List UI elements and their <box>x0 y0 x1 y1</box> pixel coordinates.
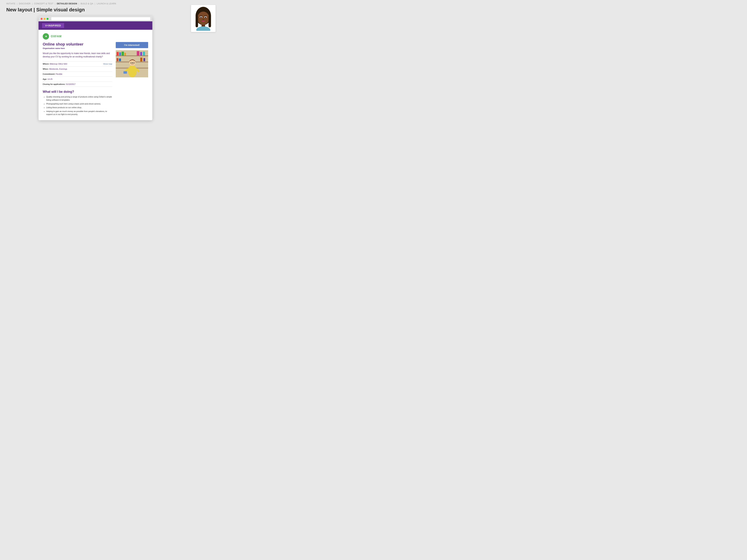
svg-rect-15 <box>196 15 198 27</box>
detail-where-label: Where: Billericay CM12 9AX <box>43 63 68 65</box>
age-value: 14-25 <box>48 78 53 80</box>
svg-rect-24 <box>122 52 124 55</box>
what-doing-list: Quality checking and pricing a range of … <box>43 96 112 116</box>
svg-rect-16 <box>209 15 211 27</box>
browser-addressbar[interactable] <box>51 17 150 20</box>
interested-button[interactable]: I'm interested! <box>116 42 148 48</box>
closing-label: Closing for applications: <box>43 83 65 85</box>
when-value: Weekends, Evenings <box>49 68 67 70</box>
svg-rect-29 <box>117 58 119 61</box>
svg-rect-22 <box>117 52 119 55</box>
page-title: New layout | Simple visual design <box>0 6 222 16</box>
vinspired-navbar: V•INSPIRED <box>38 21 152 30</box>
bullet-3: Listing these products on our online sho… <box>46 106 112 109</box>
sep2: | <box>32 2 33 5</box>
svg-point-33 <box>128 65 137 77</box>
vinspired-logo[interactable]: V•INSPIRED <box>42 23 64 28</box>
volunteer-photo <box>116 50 148 77</box>
detail-when: When: Weekends, Evenings <box>43 66 112 72</box>
two-column-layout: Online shop volunteer Organisation name … <box>43 42 148 117</box>
avatar <box>191 5 215 32</box>
oxfam-logo-symbol: ✦ <box>45 35 47 38</box>
breadcrumb-build[interactable]: BUILD & QA <box>81 2 93 5</box>
sep4: | <box>79 2 79 5</box>
svg-point-14 <box>202 19 204 20</box>
browser-maximize-dot[interactable] <box>47 18 49 20</box>
browser-mockup: V•INSPIRED ✦ OXFAM Online shop volunteer… <box>38 16 152 120</box>
role-description: Would you like the opportunity to make n… <box>43 52 112 58</box>
svg-rect-30 <box>119 58 121 61</box>
detail-age: Age: 14-25 <box>43 77 112 82</box>
when-label: When: <box>43 68 49 70</box>
bullet-4: Helping to gain as much money as possibl… <box>46 110 112 116</box>
breadcrumb-concept[interactable]: CONCEPT & TEST <box>34 2 53 5</box>
svg-point-3 <box>197 11 209 25</box>
svg-point-2 <box>196 26 210 31</box>
left-column: Online shop volunteer Organisation name … <box>43 42 112 117</box>
breadcrumb-discover[interactable]: DISCOVER <box>19 2 31 5</box>
breadcrumb-launch[interactable]: LAUNCH & LEARN <box>97 2 116 5</box>
svg-rect-39 <box>124 71 127 74</box>
where-label: Where: <box>43 63 49 65</box>
svg-point-12 <box>201 17 201 17</box>
what-doing-title: What will I be doing? <box>43 90 112 94</box>
sep1: | <box>17 2 18 5</box>
bullet-2: Photographing each item using a basic po… <box>46 102 112 106</box>
detail-commitment: Commitment: Flexible <box>43 72 112 77</box>
svg-rect-27 <box>140 52 142 55</box>
closing-value: 31/10/2017 <box>66 83 75 85</box>
detail-where: Where: Billericay CM12 9AX Show map <box>43 61 112 66</box>
sep5: | <box>95 2 96 5</box>
sep3: | <box>55 2 55 5</box>
oxfam-logo-icon: ✦ <box>43 33 49 39</box>
org-name: OXFAM <box>51 35 62 38</box>
svg-rect-32 <box>144 58 145 61</box>
breadcrumb-initiate[interactable]: INITIATE <box>6 2 16 5</box>
bullet-1: Quality checking and pricing a range of … <box>46 96 112 102</box>
commitment-label: Commitment: <box>43 73 55 75</box>
browser-minimize-dot[interactable] <box>44 18 46 20</box>
browser-close-dot[interactable] <box>41 18 43 20</box>
svg-rect-26 <box>137 51 139 55</box>
details-section: Where: Billericay CM12 9AX Show map When… <box>43 61 112 87</box>
browser-titlebar <box>38 16 152 21</box>
breadcrumb-detailed[interactable]: DETAILED DESIGN <box>57 2 77 5</box>
age-label: Age: <box>43 78 47 80</box>
show-map-link[interactable]: Show map <box>103 63 112 65</box>
org-subname: Organisation name here <box>43 47 112 49</box>
content-area: ✦ OXFAM Online shop volunteer Organisati… <box>38 30 152 120</box>
where-value: Billericay CM12 9AX <box>50 63 67 65</box>
commitment-value: Flexible <box>56 73 62 75</box>
svg-rect-28 <box>143 52 145 55</box>
svg-rect-31 <box>140 58 143 61</box>
svg-rect-23 <box>119 52 121 55</box>
right-column: I'm interested! <box>116 42 148 117</box>
role-title: Online shop volunteer <box>43 42 112 47</box>
svg-point-13 <box>206 17 206 17</box>
org-header: ✦ OXFAM <box>43 33 148 39</box>
breadcrumb: INITIATE | DISCOVER | CONCEPT & TEST | D… <box>0 0 222 6</box>
svg-rect-19 <box>116 55 148 56</box>
svg-rect-25 <box>125 53 126 55</box>
detail-closing: Closing for applications: 31/10/2017 <box>43 82 112 87</box>
